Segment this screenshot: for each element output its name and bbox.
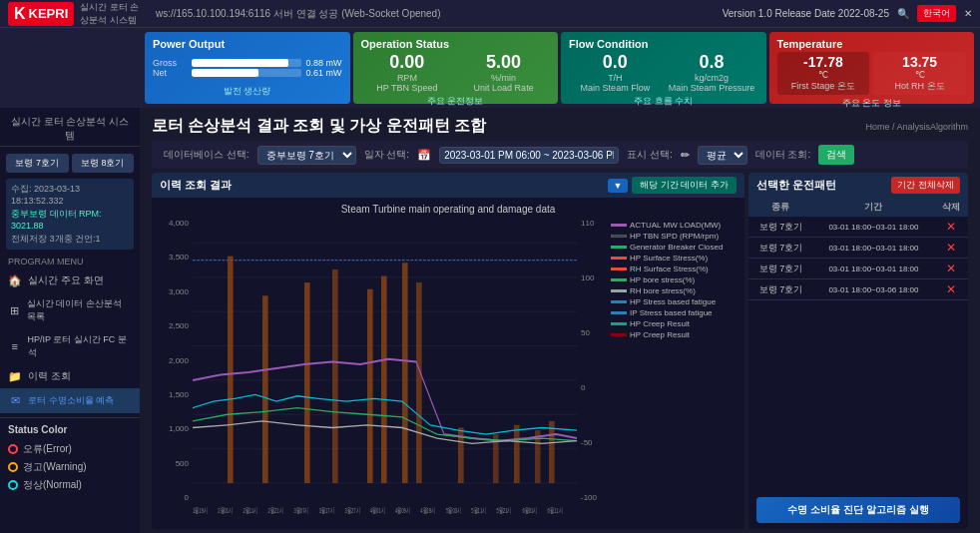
gross-value: 0.88 mW [305, 58, 341, 68]
row-period: 03-01 18:00~03-06 18:00 [813, 279, 934, 300]
search-icon[interactable]: 🔍 [897, 8, 909, 19]
svg-rect-12 [332, 269, 338, 483]
row-delete[interactable]: ✕ [934, 217, 968, 238]
delete-all-btn[interactable]: 기간 전체삭제 [891, 177, 960, 194]
hot-temp-label: Hot RH 온도 [895, 80, 945, 93]
report8-btn[interactable]: 보령 8호기 [72, 154, 135, 173]
pressure-unit: kg/cm2g [695, 73, 729, 83]
version-info: Version 1.0 Release Date 2022-08-25 [723, 8, 889, 19]
legend-ip-fatigue: IP Stress based fatigue [611, 308, 740, 317]
svg-text:5월11시: 5월11시 [471, 506, 486, 515]
delete-icon[interactable]: ✕ [946, 220, 956, 234]
flow-footer: 주요 흐름 수치 [569, 95, 758, 108]
folder-icon: 📁 [8, 370, 22, 383]
first-temp-unit: ℃ [818, 70, 828, 80]
net-label: Net [153, 68, 188, 78]
flow-half: 0.0 T/H Main Steam Flow [569, 52, 662, 93]
grid-icon: ⊞ [8, 304, 21, 317]
display-select[interactable]: 평균 [698, 146, 747, 165]
col-delete: 삭제 [934, 198, 968, 217]
logo-area: KKEPRI 실시간 로터 손상분석 시스템 [8, 1, 148, 27]
date-input[interactable] [439, 147, 619, 164]
chart-svg: 1월19시 2월01시 2월11시 2월21시 3월07시 3월17시 3월27… [193, 217, 577, 520]
lang-button[interactable]: 한국어 [917, 5, 956, 22]
chart-area: Steam Turbine main operating and damage … [152, 198, 744, 529]
legend-hp-creep2: HP Creep Result [611, 330, 740, 339]
warning-label: 경고(Warning) [23, 460, 87, 474]
delete-icon[interactable]: ✕ [946, 241, 956, 255]
sidebar-item-realtime[interactable]: 🏠 실시간 주요 화면 [0, 268, 140, 292]
metric-row: Power Output Gross 0.88 mW Net 0.61 mW 발… [0, 28, 980, 108]
operation-status-card: Operation Status 0.00 RPM HP TBN Speed 5… [353, 32, 559, 104]
sidebar-label-realtime: 실시간 주요 화면 [28, 273, 104, 287]
rpm-label: HP TBN Speed [376, 83, 437, 93]
delete-icon[interactable]: ✕ [946, 262, 956, 275]
table-row: 보령 7호기 03-01 18:00~03-06 18:00 ✕ [748, 279, 968, 300]
table-row: 보령 7호기 03-01 18:00~03-01 18:00 ✕ [748, 238, 968, 259]
run-algorithm-btn[interactable]: 수명 소비율 진단 알고리즘 실행 [756, 497, 960, 523]
row-period: 03-01 18:00~03-01 18:00 [813, 238, 934, 259]
legend-rh-surface: RH Surface Stress(%) [611, 265, 740, 273]
svg-rect-16 [416, 282, 422, 483]
top-right: Version 1.0 Release Date 2022-08-25 🔍 한국… [723, 5, 972, 22]
flow-condition-card: Flow Condition 0.0 T/H Main Steam Flow 0… [561, 32, 766, 104]
legend-hp-surface: HP Surface Stress(%) [611, 254, 740, 263]
operation-footer: 주요 운전정보 [361, 95, 551, 108]
sidebar-item-hpip[interactable]: ≡ HP/IP 로터 실시간 FC 분석 [0, 328, 140, 364]
save-info: 전체저장 3개중 건언:1 [11, 232, 129, 247]
sidebar-item-datalist[interactable]: ⊞ 실시간 데이터 손산분석 목록 [0, 292, 140, 328]
row-type: 보령 7호기 [748, 279, 813, 300]
rpm-unit: RPM [397, 73, 417, 83]
first-temp-half: -17.78 ℃ First Stage 온도 [777, 52, 870, 95]
add-data-btn[interactable]: 해당 기간 데이터 추가 [632, 177, 736, 194]
db-label: 데이터베이스 선택: [164, 148, 249, 162]
right-panel-title: 선택한 운전패턴 [756, 178, 891, 193]
row-delete[interactable]: ✕ [934, 279, 968, 300]
svg-rect-10 [262, 295, 268, 483]
svg-text:3월27시: 3월27시 [345, 506, 360, 515]
error-label: 오류(Error) [23, 442, 72, 456]
flow-label: Main Steam Flow [581, 83, 651, 93]
search-label: 데이터 조회: [755, 148, 811, 162]
svg-text:3월17시: 3월17시 [319, 506, 334, 515]
right-panel-header: 선택한 운전패턴 기간 전체삭제 [748, 173, 968, 198]
search-btn[interactable]: 검색 [818, 145, 854, 165]
svg-text:2월11시: 2월11시 [243, 506, 257, 515]
rpm-info: 중부보령 데이터 RPM: 3021.88 [11, 207, 129, 232]
delete-icon[interactable]: ✕ [946, 282, 956, 296]
sidebar-item-history[interactable]: 📁 이력 조회 [0, 364, 140, 388]
connection-status: ws://165.10.100.194:6116 서버 연결 성공 (Web-S… [148, 7, 723, 21]
row-period: 03-01 18:00~03-01 18:00 [813, 217, 934, 238]
legend-mw: ACTUAL MW LOAD(MW) [611, 221, 740, 230]
close-icon[interactable]: ✕ [964, 8, 972, 19]
flow-unit: T/H [608, 73, 623, 83]
row-type: 보령 7호기 [748, 238, 813, 259]
logo: KKEPRI [8, 2, 74, 26]
operation-title: Operation Status [361, 38, 551, 50]
power-output-card: Power Output Gross 0.88 mW Net 0.61 mW 발… [145, 32, 350, 104]
row-delete[interactable]: ✕ [934, 259, 968, 279]
rpm-half: 0.00 RPM HP TBN Speed [361, 52, 454, 93]
net-bar [192, 69, 301, 77]
flow-value: 0.0 [603, 52, 628, 73]
col-type: 종류 [748, 198, 813, 217]
display-icon: ✏ [681, 149, 690, 162]
date-info: 수집: 2023-03-13 18:13:52.332 [11, 182, 129, 207]
report7-btn[interactable]: 보령 7호기 [6, 154, 69, 173]
power-footer: 발전 생산량 [153, 85, 342, 98]
svg-text:2월01시: 2월01시 [218, 506, 233, 515]
legend-rpm: HP TBN SPD (RPM/rpm) [611, 232, 740, 241]
filter-row: 데이터베이스 선택: 중부보령 7호기 일자 선택: 📅 표시 선택: ✏ 평균… [152, 141, 968, 169]
sidebar-label-datalist: 실시간 데이터 손산분석 목록 [27, 297, 132, 323]
period-data-btn[interactable]: ▼ [608, 179, 629, 193]
flow-values: 0.0 T/H Main Steam Flow 0.8 kg/cm2g Main… [569, 52, 758, 93]
sidebar-btn-row: 보령 7호기 보령 8호기 [0, 151, 140, 176]
sidebar-label-history: 이력 조회 [28, 369, 71, 383]
pressure-label: Main Steam Pressure [669, 83, 755, 93]
content-header: 로터 손상분석 결과 조회 및 가상 운전패턴 조합 Home / Analys… [140, 108, 980, 141]
chart-icon: ≡ [8, 340, 22, 352]
mail-icon: ✉ [8, 393, 22, 408]
db-select[interactable]: 중부보령 7호기 [257, 146, 356, 165]
row-delete[interactable]: ✕ [934, 238, 968, 259]
sidebar-item-predict[interactable]: ✉ 로터 수명소비율 예측 [0, 388, 140, 413]
